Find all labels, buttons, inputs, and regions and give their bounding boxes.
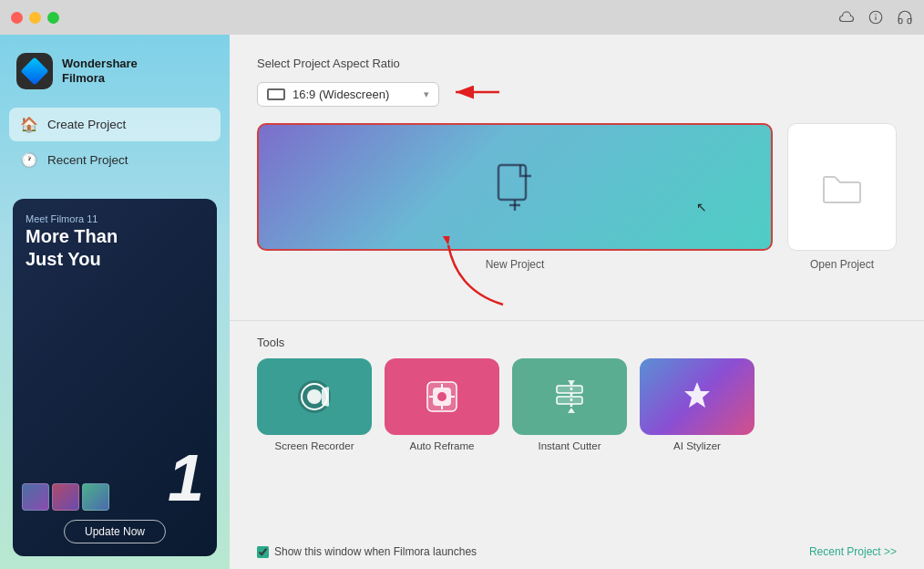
tool-item-screen-recorder: Screen Recorder: [257, 358, 372, 451]
app-body: Wondershare Filmora 🏠 Create Project 🕐 R…: [0, 35, 924, 569]
new-project-icon: [493, 163, 537, 211]
headset-icon[interactable]: [897, 9, 913, 26]
promo-banner: Meet Filmora 11 More Than Just You 1 Upd…: [13, 199, 217, 556]
promo-number: 1: [168, 445, 204, 511]
screen-recorder-button[interactable]: [257, 358, 372, 435]
aspect-ratio-select[interactable]: 16:9 (Widescreen) ▾: [257, 82, 439, 107]
sidebar-logo: Wondershare Filmora: [0, 35, 230, 104]
tools-section: Tools Screen Recorder: [257, 336, 897, 536]
sidebar-label-create: Create Project: [47, 118, 126, 131]
section-divider: [230, 320, 924, 321]
arrow-to-dropdown: [447, 79, 501, 109]
chevron-down-icon: ▾: [424, 88, 429, 100]
footer: Show this window when Filmora launches R…: [230, 536, 924, 569]
sidebar-item-create-project[interactable]: 🏠 Create Project: [9, 108, 221, 141]
update-now-button[interactable]: Update Now: [64, 520, 166, 543]
screen-recorder-icon: [294, 377, 334, 417]
window-controls: [11, 12, 59, 24]
main-content-area: Select Project Aspect Ratio 16:9 (Widesc…: [230, 35, 924, 536]
maximize-button[interactable]: [47, 12, 59, 24]
aspect-ratio-icon: [267, 88, 285, 100]
auto-reframe-label: Auto Reframe: [410, 440, 475, 451]
close-button[interactable]: [11, 12, 23, 24]
auto-reframe-icon: [422, 377, 462, 417]
open-project-card: Open Project: [787, 123, 897, 271]
instant-cutter-icon: [549, 377, 590, 417]
tool-item-auto-reframe: Auto Reframe: [385, 358, 499, 451]
titlebar-icons: [838, 9, 913, 26]
logo-text: Wondershare Filmora: [62, 57, 138, 85]
brand-name-line2: Filmora: [62, 71, 138, 86]
sidebar: Wondershare Filmora 🏠 Create Project 🕐 R…: [0, 35, 230, 569]
promo-meet-text: Meet Filmora 11: [26, 213, 204, 224]
brand-name-line1: Wondershare: [62, 57, 138, 71]
tool-item-ai-stylizer: AI Stylizer: [640, 358, 755, 451]
logo-icon: [16, 53, 53, 89]
recent-project-link[interactable]: Recent Project >>: [809, 545, 897, 558]
promo-img-3: [82, 483, 109, 511]
open-project-button[interactable]: [787, 123, 897, 251]
project-cards: ↖ New Project Open Project: [257, 123, 897, 271]
ai-stylizer-icon: [677, 377, 717, 417]
svg-rect-18: [557, 386, 582, 393]
svg-point-13: [437, 392, 447, 401]
instant-cutter-label: Instant Cutter: [538, 440, 601, 451]
clock-icon: 🕐: [20, 151, 38, 169]
tools-title: Tools: [257, 336, 897, 349]
sidebar-label-recent: Recent Project: [47, 153, 128, 167]
titlebar: [0, 0, 924, 35]
new-project-button[interactable]: ↖: [257, 123, 773, 251]
svg-rect-4: [498, 165, 526, 200]
instant-cutter-button[interactable]: [512, 358, 627, 435]
main-panel: Select Project Aspect Ratio 16:9 (Widesc…: [230, 35, 924, 569]
minimize-button[interactable]: [29, 12, 41, 24]
aspect-ratio-value: 16:9 (Widescreen): [293, 88, 416, 101]
aspect-ratio-row: 16:9 (Widescreen) ▾: [257, 79, 897, 109]
svg-point-10: [307, 389, 322, 404]
tools-grid: Screen Recorder: [257, 358, 897, 451]
promo-subtitle: Just You: [26, 249, 204, 270]
sidebar-nav: 🏠 Create Project 🕐 Recent Project: [0, 104, 230, 181]
show-window-label: Show this window when Filmora launches: [274, 545, 477, 558]
promo-title: More Than: [26, 226, 204, 247]
open-project-label: Open Project: [810, 258, 874, 271]
aspect-ratio-label: Select Project Aspect Ratio: [257, 57, 897, 70]
logo-diamond: [20, 57, 48, 85]
show-window-checkbox-row: Show this window when Filmora launches: [257, 545, 477, 558]
svg-rect-19: [557, 397, 582, 404]
cursor-pointer: ↖: [696, 200, 707, 214]
open-project-icon: [822, 170, 862, 204]
project-section: ↖ New Project Open Project: [257, 123, 897, 293]
cloud-icon[interactable]: [838, 9, 855, 26]
sidebar-item-recent-project[interactable]: 🕐 Recent Project: [9, 143, 221, 177]
promo-img-1: [22, 483, 49, 511]
ai-stylizer-button[interactable]: [640, 358, 755, 435]
new-project-card: ↖ New Project: [257, 123, 773, 271]
show-window-checkbox[interactable]: [257, 546, 269, 558]
auto-reframe-button[interactable]: [385, 358, 499, 435]
promo-images: [22, 483, 109, 511]
screen-recorder-label: Screen Recorder: [275, 440, 354, 451]
info-icon[interactable]: [868, 9, 884, 26]
tool-item-instant-cutter: Instant Cutter: [512, 358, 627, 451]
ai-stylizer-label: AI Stylizer: [673, 440, 721, 451]
home-icon: 🏠: [20, 116, 38, 133]
promo-img-2: [52, 483, 79, 511]
arrow-to-new-project: [439, 236, 512, 313]
